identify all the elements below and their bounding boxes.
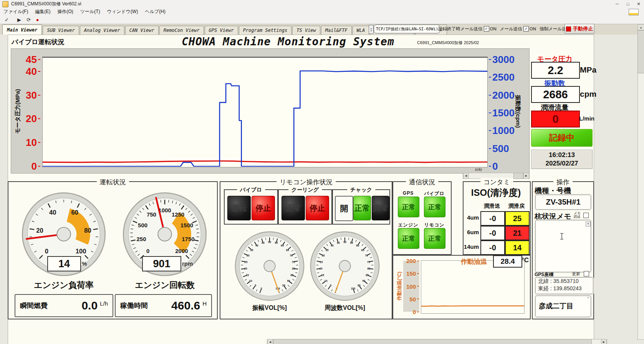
menu-help[interactable]: ヘルプ(H) bbox=[141, 8, 169, 15]
remocon-legend: リモコン操作状況 bbox=[276, 178, 336, 187]
engine-rpm-value: 901 bbox=[142, 256, 181, 271]
svg-text:10: 10 bbox=[249, 280, 252, 282]
run-icon[interactable]: ▶ bbox=[17, 17, 21, 23]
vibro-status-title: バイブロ運転状況 bbox=[12, 38, 65, 46]
recording-indicator: 記録中 bbox=[531, 129, 593, 147]
maximize-button[interactable]: □ bbox=[622, 0, 633, 8]
mail-end-checkbox[interactable]: ✓ bbox=[484, 26, 489, 31]
chuck-legend: チャック bbox=[347, 187, 375, 194]
x-window-note: 30秒 bbox=[475, 167, 482, 172]
svg-text:10: 10 bbox=[324, 280, 328, 282]
svg-text:45: 45 bbox=[262, 241, 265, 244]
check-icon[interactable]: ✓ bbox=[5, 17, 9, 23]
tab-ts-view[interactable]: TS View bbox=[292, 26, 320, 35]
chart-scroll-left-icon[interactable]: ◀ bbox=[463, 173, 469, 179]
tab-mail-ftp[interactable]: Mail&FTF bbox=[321, 26, 352, 35]
menu-operate[interactable]: 操作(O) bbox=[54, 8, 76, 15]
contami-return-6um: 21 bbox=[505, 226, 530, 240]
svg-text:75: 75 bbox=[367, 261, 370, 263]
lube-return-header: 潤滑戻 bbox=[505, 203, 528, 210]
frequency-vol-label: 周波数VOL[%] bbox=[310, 304, 379, 312]
svg-text:100: 100 bbox=[76, 248, 86, 255]
svg-text:60: 60 bbox=[281, 244, 284, 247]
svg-text:50: 50 bbox=[343, 241, 346, 243]
svg-text:55: 55 bbox=[275, 241, 278, 244]
abort-icon[interactable]: ● bbox=[36, 17, 39, 23]
tab-can-viewer[interactable]: CAN Viewr bbox=[125, 26, 159, 35]
gps-coords-box: 北緯 : 35.853710 東経 : 139.850243 bbox=[535, 277, 593, 294]
comm-gps-status: 正常 bbox=[398, 197, 419, 217]
menu-file[interactable]: ファイル(F) bbox=[0, 8, 31, 15]
engine-rpm-unit: rpm bbox=[182, 260, 193, 267]
hscroll-left-icon[interactable]: ◀ bbox=[267, 339, 273, 344]
chuck-normal-indicator: 正常 bbox=[353, 196, 371, 220]
run-continuous-icon[interactable]: ⟳ bbox=[26, 17, 31, 23]
oil-temp-axis-title: 作動油温(°C) bbox=[396, 271, 403, 300]
connection-select[interactable]: TCP/IP接続(無線LAN←SI-60Wi) bbox=[374, 25, 440, 33]
pile-memo-textarea[interactable] bbox=[535, 220, 591, 272]
engine-load-value: 14 bbox=[47, 256, 81, 271]
place-name-box[interactable]: 彦成二丁目 ^ bbox=[535, 296, 591, 317]
svg-text:85: 85 bbox=[366, 274, 369, 276]
lube-flow-value: 0 bbox=[531, 111, 580, 127]
drive-status-legend: 運転状況 bbox=[97, 178, 129, 187]
gps-update-checkbox[interactable] bbox=[584, 271, 589, 276]
svg-text:100: 100 bbox=[351, 287, 356, 290]
spin-down-icon[interactable]: ▼ bbox=[370, 30, 372, 32]
svg-text:35: 35 bbox=[326, 249, 329, 251]
tab-remocon-viewer[interactable]: RemoCon Viewr bbox=[159, 26, 204, 35]
hscroll-thumb[interactable] bbox=[273, 339, 592, 344]
tab-analog-viewer[interactable]: Analog Viewer bbox=[80, 26, 124, 35]
mail-send-checkbox[interactable]: ✓ bbox=[523, 26, 529, 31]
chart-scroll-thumb[interactable] bbox=[513, 173, 523, 179]
svg-text:250: 250 bbox=[137, 236, 146, 242]
lube-flow-unit: L/min bbox=[579, 115, 594, 122]
menu-edit[interactable]: 編集(E) bbox=[31, 8, 54, 15]
mail-send-state: ON bbox=[530, 26, 536, 31]
tab-wla[interactable]: WLA bbox=[353, 26, 369, 35]
comm-remocon-status: 正常 bbox=[424, 228, 445, 249]
contami-legend: コンタミ bbox=[480, 178, 513, 187]
contami-send-4um: -0 bbox=[480, 211, 505, 226]
svg-text:40: 40 bbox=[255, 244, 258, 247]
svg-text:5: 5 bbox=[255, 284, 256, 287]
svg-text:25: 25 bbox=[245, 261, 248, 263]
close-button[interactable]: ✕ bbox=[633, 0, 644, 8]
menu-window[interactable]: ウィンドウ(W) bbox=[104, 8, 142, 15]
vscroll-thumb[interactable] bbox=[637, 30, 644, 73]
amplitude-vol-label: 振幅VOL[%] bbox=[235, 304, 304, 312]
contami-send-6um: -0 bbox=[480, 226, 505, 240]
svg-text:95: 95 bbox=[282, 284, 285, 287]
memo-dropdown-icon[interactable]: ▾ bbox=[586, 222, 591, 227]
tab-program-settings[interactable]: Program Settings bbox=[239, 26, 292, 35]
svg-text:80: 80 bbox=[84, 227, 91, 234]
svg-text:75: 75 bbox=[292, 261, 295, 263]
minimize-button[interactable]: ─ bbox=[612, 0, 622, 8]
svg-text:40: 40 bbox=[331, 244, 334, 247]
tab-sub-viewer[interactable]: SUB Viewer bbox=[43, 26, 79, 35]
date-value: 2025/02/27 bbox=[545, 159, 578, 168]
menu-tools[interactable]: ツール(T) bbox=[77, 8, 104, 15]
place-scroll-up-icon[interactable]: ^ bbox=[588, 296, 589, 300]
machine-model-select[interactable]: ZV-35H#1 bbox=[535, 195, 591, 210]
svg-text:30: 30 bbox=[247, 254, 250, 257]
vertical-scrollbar[interactable]: ▲ bbox=[637, 24, 644, 340]
memo-load-checkbox[interactable] bbox=[583, 213, 589, 218]
comm-engine-status: 正常 bbox=[398, 228, 419, 249]
manual-stop-button[interactable]: 手動停止 bbox=[565, 24, 594, 34]
tab-main-viewer[interactable]: Main Viewer bbox=[2, 25, 42, 35]
vibro-legend: バイブロ bbox=[237, 187, 265, 194]
memo-load-label: メモ読込 bbox=[574, 212, 581, 218]
svg-text:15: 15 bbox=[321, 274, 324, 276]
comm-vibro-label: バイブロ bbox=[423, 190, 445, 197]
connection-spinner[interactable]: ▲ ▼ bbox=[369, 25, 374, 34]
horizontal-scrollbar[interactable]: ◀ ▶ bbox=[267, 339, 607, 344]
contami-return-14um: 14 bbox=[505, 240, 530, 255]
vscroll-up-icon[interactable]: ▲ bbox=[638, 25, 644, 30]
tab-gps-viewer[interactable]: GPS Viewr bbox=[205, 26, 238, 35]
hscroll-right-icon[interactable]: ▶ bbox=[601, 339, 607, 344]
system-subtitle: C6991_CMMS#000加修 2025/02 bbox=[417, 40, 479, 46]
iso-cleanliness-title: ISO(清浄度) bbox=[464, 187, 528, 199]
chart-scroll-right-icon[interactable]: ▶ bbox=[523, 173, 529, 179]
fuel-rate-value: 0.0 bbox=[81, 299, 98, 312]
